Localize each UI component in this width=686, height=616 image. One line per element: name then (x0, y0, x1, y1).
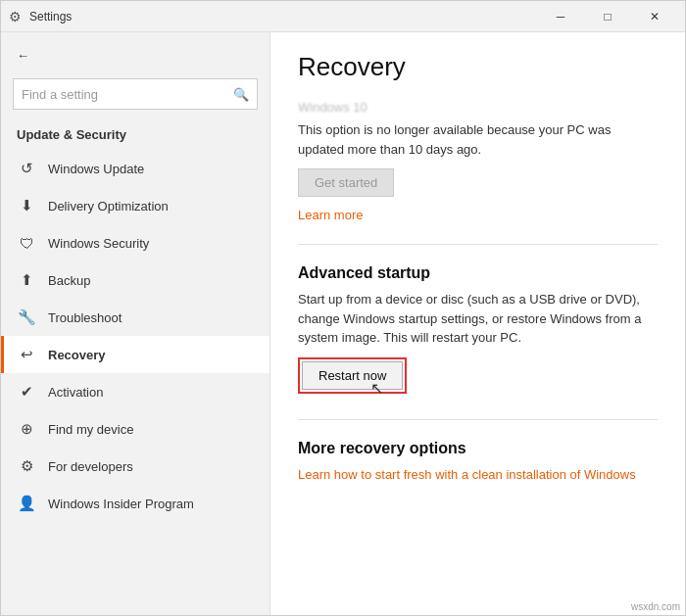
close-button[interactable]: ✕ (632, 1, 677, 32)
sidebar-label-windows-update: Windows Update (48, 162, 144, 176)
sidebar-label-delivery-optimization: Delivery Optimization (48, 199, 169, 213)
windows-security-icon: 🛡 (17, 233, 36, 253)
back-button[interactable]: ← (17, 44, 254, 67)
sidebar-label-recovery: Recovery (48, 348, 106, 362)
search-input[interactable] (22, 87, 233, 102)
more-recovery-heading: More recovery options (298, 440, 658, 457)
find-my-device-icon: ⊕ (17, 419, 36, 439)
advanced-startup-heading: Advanced startup (298, 264, 658, 282)
delivery-optimization-icon: ⬇ (17, 196, 36, 215)
back-arrow-icon: ← (17, 48, 29, 63)
sidebar-label-find-my-device: Find my device (48, 422, 133, 437)
settings-window: ⚙ Settings ─ □ ✕ ← 🔍 Update & Security (0, 0, 686, 616)
title-bar-title: Settings (29, 10, 72, 24)
content-area: ← 🔍 Update & Security ↺Windows Update⬇De… (1, 32, 685, 615)
search-box[interactable]: 🔍 (13, 78, 258, 110)
sidebar-label-windows-insider: Windows Insider Program (48, 497, 194, 511)
windows-10-text: Windows 10 (298, 100, 368, 115)
sidebar: ← 🔍 Update & Security ↺Windows Update⬇De… (1, 32, 270, 615)
sidebar-header: ← (1, 32, 270, 78)
sidebar-label-activation: Activation (48, 385, 103, 400)
title-bar-controls: ─ □ ✕ (538, 1, 677, 32)
cursor-icon: ↖ (370, 379, 383, 398)
sidebar-item-delivery-optimization[interactable]: ⬇Delivery Optimization (1, 187, 270, 224)
sidebar-item-troubleshoot[interactable]: 🔧Troubleshoot (1, 299, 270, 336)
divider-2 (298, 419, 658, 420)
sidebar-item-windows-update[interactable]: ↺Windows Update (1, 150, 270, 187)
maximize-button[interactable]: □ (585, 1, 630, 32)
windows-insider-icon: 👤 (17, 494, 36, 513)
divider (298, 244, 658, 245)
sidebar-item-for-developers[interactable]: ⚙For developers (1, 448, 270, 485)
search-icon: 🔍 (233, 87, 249, 102)
troubleshoot-icon: 🔧 (17, 308, 36, 327)
sidebar-item-recovery[interactable]: ↩Recovery (1, 336, 270, 373)
sidebar-label-backup: Backup (48, 273, 90, 288)
sidebar-item-activation[interactable]: ✔Activation (1, 373, 270, 410)
sidebar-item-windows-security[interactable]: 🛡Windows Security (1, 224, 270, 261)
for-developers-icon: ⚙ (17, 456, 36, 476)
windows-10-label: Windows 10 (298, 100, 658, 115)
backup-icon: ⬆ (17, 270, 36, 290)
title-bar: ⚙ Settings ─ □ ✕ (1, 1, 685, 32)
sidebar-item-backup[interactable]: ⬆Backup (1, 261, 270, 299)
watermark: wsxdn.com (631, 601, 680, 612)
learn-more-link[interactable]: Learn more (298, 208, 363, 222)
get-started-button[interactable]: Get started (298, 168, 394, 197)
advanced-startup-description: Start up from a device or disc (such as … (298, 290, 658, 348)
sidebar-label-windows-security: Windows Security (48, 236, 149, 251)
title-bar-left: ⚙ Settings (9, 9, 72, 24)
main-content: Recovery Windows 10 This option is no lo… (270, 32, 685, 615)
activation-icon: ✔ (17, 382, 36, 402)
recovery-icon: ↩ (17, 345, 36, 364)
clean-install-link[interactable]: Learn how to start fresh with a clean in… (298, 467, 636, 482)
settings-icon: ⚙ (9, 9, 22, 24)
sidebar-nav: ↺Windows Update⬇Delivery Optimization🛡Wi… (1, 150, 270, 522)
sidebar-item-windows-insider[interactable]: 👤Windows Insider Program (1, 485, 270, 522)
go-back-description: This option is no longer available becau… (298, 120, 658, 159)
windows-update-icon: ↺ (17, 159, 36, 178)
minimize-button[interactable]: ─ (538, 1, 583, 32)
sidebar-item-find-my-device[interactable]: ⊕Find my device (1, 410, 270, 448)
page-title: Recovery (298, 52, 658, 82)
sidebar-label-for-developers: For developers (48, 459, 133, 474)
restart-button-wrapper: Restart now ↖ (298, 357, 407, 394)
sidebar-label-troubleshoot: Troubleshoot (48, 310, 122, 325)
section-title: Update & Security (1, 121, 270, 150)
restart-now-button[interactable]: Restart now (302, 361, 403, 390)
